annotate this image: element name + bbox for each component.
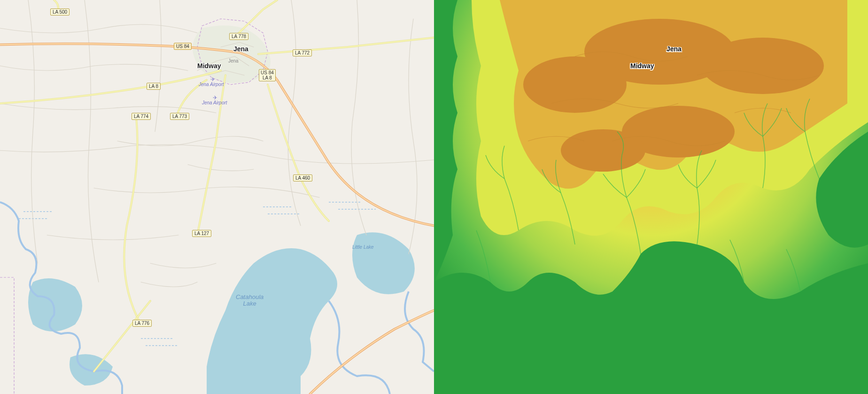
svg-point-9 <box>523 56 627 113</box>
shield-la772: LA 772 <box>293 49 312 56</box>
shield-la8: LA 8 <box>147 83 161 90</box>
relief-map-panel[interactable]: Jena Midway <box>434 0 868 394</box>
catahoula-lake <box>207 248 337 394</box>
shield-la127: LA 127 <box>192 230 211 237</box>
shield-us84-la8: US 84 LA 8 <box>259 69 276 81</box>
street-map-panel[interactable]: LA 500 US 84 LA 778 LA 772 US 84 LA 8 LA… <box>0 0 434 394</box>
shield-la774: LA 774 <box>132 113 151 120</box>
relief-lowland <box>434 241 868 394</box>
shield-la773: LA 773 <box>170 113 189 120</box>
poi-airport-1: Jena Airport <box>199 82 224 87</box>
street-map-canvas[interactable] <box>0 0 434 394</box>
water-label-little-lake: Little Lake <box>352 244 374 250</box>
town-label-midway: Midway <box>197 62 221 70</box>
small-lakes-sw <box>28 278 82 331</box>
town-label-jena: Jena <box>233 45 248 53</box>
river-e <box>329 301 390 394</box>
shield-la500: LA 500 <box>50 8 70 16</box>
relief-label-midway: Midway <box>630 62 654 70</box>
relief-label-jena: Jena <box>666 45 682 53</box>
relief-lowland-w <box>434 0 457 282</box>
svg-point-10 <box>702 38 824 94</box>
svg-point-12 <box>561 129 645 172</box>
poi-airport-2: Jena Airport <box>202 100 227 105</box>
relief-map-canvas[interactable] <box>434 0 868 394</box>
shield-la460: LA 460 <box>293 174 312 181</box>
shield-la778: LA 778 <box>229 33 248 40</box>
river-e2 <box>405 292 434 371</box>
town-label-jena-small: Jena <box>228 58 239 63</box>
parish-boundary <box>0 277 14 394</box>
shield-la776: LA 776 <box>132 320 152 327</box>
shield-us84: US 84 <box>174 43 192 50</box>
little-lake <box>352 232 415 294</box>
water-label-catahoula: Catahoula Lake <box>236 294 264 307</box>
